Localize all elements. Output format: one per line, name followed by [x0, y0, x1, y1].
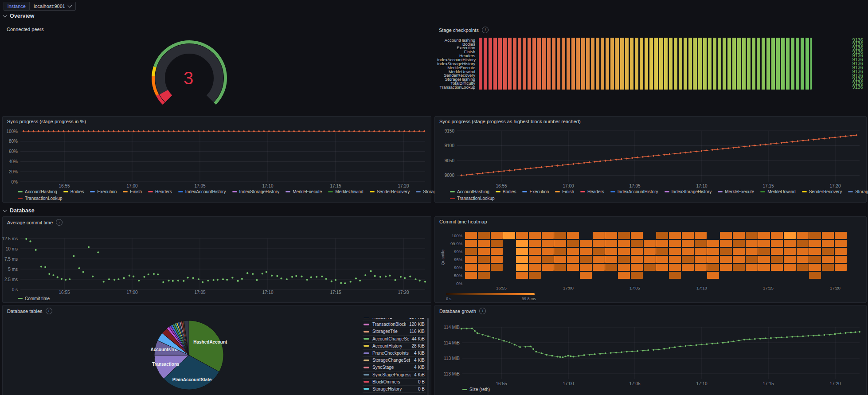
heatmap-cell	[631, 240, 643, 247]
table-legend-row[interactable]: PruneCheckpoints4 KiB	[363, 350, 426, 357]
instance-dropdown[interactable]: localhost:9001	[29, 2, 76, 11]
table-legend-row[interactable]: AccountHistory28 KiB	[363, 343, 426, 350]
heatmap-cell	[720, 264, 732, 271]
panel-title[interactable]: Sync progress (stage progress in %)	[7, 119, 86, 124]
legend-swatch	[450, 198, 455, 199]
heatmap-cell	[809, 256, 821, 263]
panel-title[interactable]: Database tables i	[7, 308, 52, 314]
heatmap-cell	[491, 232, 503, 239]
legend-item[interactable]: IndexStorageHistory	[232, 189, 280, 194]
legend-swatch	[285, 191, 290, 193]
stage-row: AccountHashing9136	[437, 38, 863, 41]
svg-text:5 ms: 5 ms	[8, 267, 18, 272]
legend-item[interactable]: TransactionLookup	[18, 196, 63, 201]
scrollbar-thumb[interactable]	[427, 318, 429, 370]
stage-value: 9136	[815, 85, 863, 90]
legend-label: StorageHashing	[855, 189, 868, 194]
table-legend-row[interactable]: SyncStageProgress4 KiB	[363, 372, 426, 379]
info-icon[interactable]: i	[56, 219, 63, 226]
heatmap-cell	[478, 232, 490, 239]
heatmap-cell	[478, 256, 490, 263]
legend-item[interactable]: Headers	[580, 189, 604, 194]
legend-item[interactable]: IndexAccountHistory	[178, 189, 226, 194]
svg-text:17:10: 17:10	[696, 184, 707, 188]
legend-item[interactable]: SenderRecovery	[370, 189, 410, 194]
heatmap-cell	[720, 256, 732, 263]
legend-swatch	[450, 191, 455, 193]
heatmap-cell	[529, 232, 541, 239]
panel-title[interactable]: Connected peers	[7, 27, 44, 32]
section-title: Overview	[10, 13, 35, 19]
table-legend-row[interactable]: HeaderTD184 KiB	[363, 318, 426, 321]
legend-item[interactable]: Finish	[123, 189, 142, 194]
table-size: 0 B	[418, 387, 425, 391]
legend-swatch	[665, 191, 669, 193]
panel-title[interactable]: Database growth i	[439, 308, 486, 314]
heatmap-cell	[695, 248, 707, 255]
legend-swatch	[522, 191, 527, 193]
heatmap-cell	[797, 264, 809, 271]
legend-item[interactable]: Bodies	[496, 189, 516, 194]
table-size: 4 KiB	[414, 351, 425, 356]
table-legend-row[interactable]: AccountChangeSet44 KiB	[363, 336, 426, 343]
legend-item[interactable]: SenderRecovery	[802, 189, 842, 194]
legend-swatch	[90, 191, 95, 193]
heatmap-cell	[631, 264, 643, 271]
table-legend-row[interactable]: TransactionBlock120 KiB	[363, 321, 426, 328]
section-database[interactable]: Database	[4, 207, 35, 214]
legend-item[interactable]: TransactionLookup	[450, 196, 495, 201]
info-icon[interactable]: i	[482, 27, 489, 33]
table-legend-row[interactable]: StoragesTrie116 KiB	[363, 328, 426, 335]
panel-title[interactable]: Commit time heatmap	[439, 219, 487, 224]
legend-item[interactable]: IndexAccountHistory	[610, 189, 658, 194]
legend-item[interactable]: AccountHashing	[18, 189, 57, 194]
panel-title[interactable]: Average commit time i	[7, 219, 63, 226]
legend-item[interactable]: Bodies	[63, 189, 84, 194]
legend-item[interactable]: AccountHashing	[450, 189, 489, 194]
legend-label: Headers	[587, 189, 604, 194]
table-legend-row[interactable]: SyncStage4 KiB	[363, 364, 426, 371]
legend-item[interactable]: Size (reth)	[462, 387, 490, 392]
heatmap-cell	[733, 232, 745, 239]
svg-text:114 MiB: 114 MiB	[444, 340, 460, 345]
legend: TransactionLookup	[18, 196, 63, 201]
legend-swatch	[364, 318, 369, 318]
legend-item[interactable]: MerkleExecute	[285, 189, 322, 194]
heatmap-cell	[644, 264, 656, 271]
legend-item[interactable]: Headers	[148, 189, 172, 194]
panel-title[interactable]: Stage checkpoints i	[439, 27, 489, 33]
table-legend-row[interactable]: StorageChangeSet4 KiB	[363, 357, 426, 364]
legend-item[interactable]: MerkleUnwind	[760, 189, 795, 194]
heatmap-x-tick: 17:10	[696, 286, 707, 290]
legend-swatch	[364, 338, 369, 340]
legend-item[interactable]: StorageHashing	[848, 189, 868, 194]
legend-item[interactable]: Execution	[522, 189, 549, 194]
legend: TransactionLookup	[450, 196, 495, 201]
svg-text:16:55: 16:55	[59, 290, 70, 295]
legend-item[interactable]: MerkleUnwind	[328, 189, 363, 194]
legend-item[interactable]: IndexStorageHistory	[665, 189, 712, 194]
heatmap-cell	[656, 248, 668, 255]
table-size: 0 B	[418, 379, 425, 384]
heatmap-cell	[542, 264, 554, 271]
table-legend-row[interactable]: BlockOmmers0 B	[363, 379, 426, 386]
heatmap-cell	[707, 240, 719, 247]
info-icon[interactable]: i	[46, 308, 52, 314]
heatmap-cell	[822, 256, 834, 263]
legend-item[interactable]: Commit time	[18, 296, 50, 301]
heatmap-cell	[733, 240, 745, 247]
legend-item[interactable]: MerkleExecute	[718, 189, 754, 194]
heatmap-cell	[605, 248, 617, 255]
info-icon[interactable]: i	[479, 308, 486, 314]
section-overview[interactable]: Overview	[4, 12, 35, 20]
legend-item[interactable]: Execution	[90, 189, 117, 194]
table-name: AccountChangeSet	[372, 336, 409, 341]
svg-text:17:20: 17:20	[829, 184, 841, 188]
legend-item[interactable]: Finish	[555, 189, 574, 194]
legend-label: Headers	[155, 189, 172, 194]
table-legend-row[interactable]: StorageHistory0 B	[363, 386, 426, 393]
table-name: BlockOmmers	[372, 379, 415, 384]
panel-title[interactable]: Sync progress (stage progress as highest…	[439, 119, 581, 124]
heatmap-cell	[733, 256, 745, 263]
legend-swatch	[18, 298, 23, 300]
